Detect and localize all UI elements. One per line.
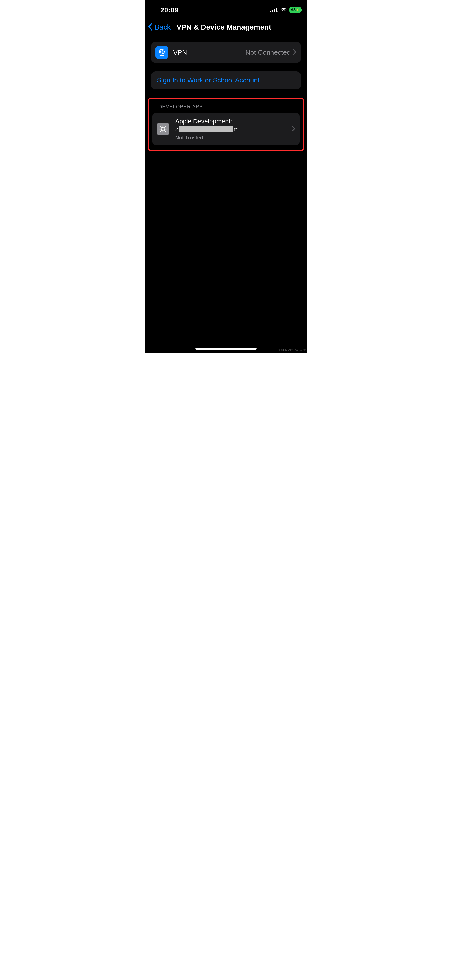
back-button[interactable]: Back: [154, 23, 170, 32]
device-frame: 20:09 98⚡: [145, 0, 307, 353]
watermark-text: CSDN @YuZou 初宇: [279, 348, 306, 352]
developer-profile-texts: Apple Development: z m Not Trusted: [175, 117, 292, 141]
redacted-email-block: [179, 126, 233, 132]
vpn-row[interactable]: VPN Not Connected: [151, 42, 301, 63]
vpn-group: VPN Not Connected: [151, 42, 301, 63]
vpn-globe-icon: [156, 46, 168, 59]
home-indicator[interactable]: [196, 348, 256, 350]
developer-app-highlight: DEVELOPER APP: [148, 98, 304, 151]
developer-profile-row[interactable]: Apple Development: z m Not Trusted: [152, 113, 300, 145]
svg-rect-2: [274, 9, 275, 13]
chevron-right-icon: [293, 49, 296, 56]
svg-rect-4: [277, 11, 278, 13]
developer-app-header: DEVELOPER APP: [158, 104, 300, 110]
svg-line-17: [164, 127, 166, 127]
gear-icon: [157, 123, 169, 135]
back-chevron-icon[interactable]: [148, 22, 153, 32]
svg-point-10: [162, 128, 164, 130]
developer-profile-subtitle: Not Trusted: [175, 134, 292, 141]
wifi-icon: [280, 8, 287, 13]
charging-bolt-icon: ⚡: [296, 8, 300, 12]
sign-in-row[interactable]: Sign In to Work or School Account...: [151, 72, 301, 89]
developer-profile-title-line2: z m: [175, 125, 292, 133]
status-indicators: 98⚡: [270, 7, 301, 13]
sign-in-label: Sign In to Work or School Account...: [157, 76, 265, 84]
vpn-label: VPN: [173, 49, 245, 56]
navigation-bar: Back VPN & Device Management: [145, 16, 307, 37]
status-time: 20:09: [161, 6, 178, 14]
cellular-signal-icon: [270, 8, 278, 13]
svg-rect-0: [270, 11, 271, 13]
svg-line-18: [161, 130, 161, 132]
battery-indicator: 98⚡: [289, 7, 301, 13]
svg-line-15: [161, 127, 161, 127]
svg-line-16: [164, 130, 166, 132]
chevron-right-icon: [292, 126, 295, 132]
battery-percent: 98: [291, 8, 296, 13]
vpn-status: Not Connected: [245, 49, 291, 56]
developer-profile-title-line1: Apple Development:: [175, 117, 292, 125]
page-title: VPN & Device Management: [177, 23, 271, 32]
status-bar: 20:09 98⚡: [145, 0, 307, 16]
svg-rect-3: [276, 8, 277, 13]
svg-rect-1: [272, 10, 273, 13]
developer-email-prefix: z: [175, 125, 178, 133]
developer-email-suffix: m: [234, 125, 239, 133]
